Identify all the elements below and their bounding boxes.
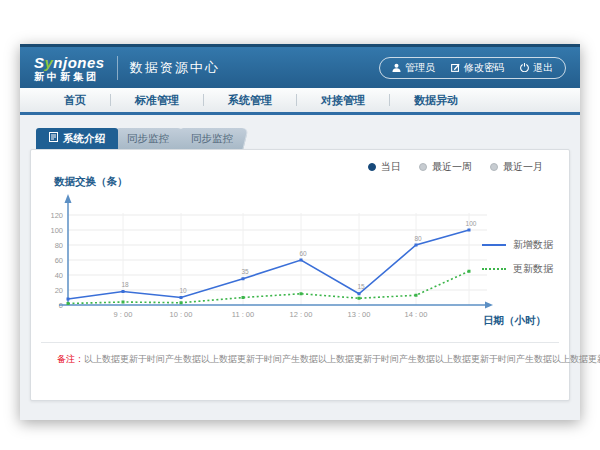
x-axis-title: 日期（小时） (483, 314, 546, 328)
svg-text:14 : 00: 14 : 00 (405, 310, 428, 319)
footnote-text: 以上数据更新于时间产生数据以上数据更新于时间产生数据以上数据更新于时间产生数据以… (84, 354, 600, 364)
range-filter: 当日 最近一周 最近一月 (368, 160, 543, 174)
footnote-prefix: 备注： (57, 354, 84, 364)
solid-line-swatch (482, 244, 506, 246)
dotted-line-swatch (482, 268, 506, 270)
legend-item-updated-data: 更新数据 (482, 262, 553, 276)
header-divider (117, 56, 118, 80)
logout-button[interactable]: 退出 (520, 61, 553, 75)
header: Synjones 新中新集团 数据资源中心 管理员 修改密码 退出 (20, 47, 580, 88)
change-password-button[interactable]: 修改密码 (451, 61, 504, 75)
logo: Synjones 新中新集团 (34, 55, 105, 82)
logout-label: 退出 (533, 61, 553, 75)
svg-text:40: 40 (55, 271, 63, 280)
tab-bar: 系统介绍 同步监控 同步监控 (36, 128, 246, 149)
change-password-label: 修改密码 (464, 61, 504, 75)
radio-last-month[interactable]: 最近一月 (490, 160, 543, 174)
line-chart: 0204060801001209 : 0010 : 0011 : 0012 : … (51, 187, 511, 337)
legend-label: 新增数据 (513, 238, 553, 252)
user-label: 管理员 (405, 61, 435, 75)
svg-text:80: 80 (55, 241, 63, 250)
nav-item-system-mgmt[interactable]: 系统管理 (204, 88, 296, 112)
radio-icon (419, 163, 427, 171)
radio-label: 当日 (381, 160, 401, 174)
radio-last-week[interactable]: 最近一周 (419, 160, 472, 174)
svg-text:18: 18 (121, 281, 129, 288)
footnote: 备注：以上数据更新于时间产生数据以上数据更新于时间产生数据以上数据更新于时间产生… (57, 353, 600, 366)
svg-text:80: 80 (414, 235, 422, 242)
svg-text:60: 60 (299, 250, 307, 257)
note-divider (41, 342, 559, 343)
svg-text:12 : 00: 12 : 00 (290, 310, 313, 319)
app-window: Synjones 新中新集团 数据资源中心 管理员 修改密码 退出 (20, 44, 580, 420)
legend-item-new-data: 新增数据 (482, 238, 553, 252)
edit-icon (451, 63, 460, 72)
main-nav: 首页 标准管理 系统管理 对接管理 数据异动 (20, 88, 580, 115)
svg-text:10 : 00: 10 : 00 (170, 310, 193, 319)
svg-text:13 : 00: 13 : 00 (348, 310, 371, 319)
logo-text: Synjones (34, 55, 105, 70)
tab-sync-monitor-1[interactable]: 同步监控 (111, 128, 184, 149)
user-toolbar: 管理员 修改密码 退出 (379, 57, 566, 79)
tab-sync-monitor-2[interactable]: 同步监控 (175, 128, 248, 149)
svg-text:9 : 00: 9 : 00 (114, 310, 133, 319)
radio-label: 最近一周 (432, 160, 472, 174)
user-icon (392, 63, 401, 72)
svg-text:60: 60 (55, 256, 63, 265)
app-title: 数据资源中心 (130, 59, 220, 77)
logo-subtext: 新中新集团 (34, 72, 105, 82)
svg-text:15: 15 (357, 283, 365, 290)
radio-icon (368, 163, 376, 171)
tab-system-intro[interactable]: 系统介绍 (36, 128, 118, 149)
radio-icon (490, 163, 498, 171)
chart-card: 当日 最近一周 最近一月 数据交换（条） 0204060801001209 : … (30, 149, 570, 401)
svg-text:35: 35 (241, 268, 249, 275)
chart-legend: 新增数据 更新数据 (482, 238, 553, 276)
power-icon (520, 63, 529, 72)
svg-text:100: 100 (466, 220, 477, 227)
svg-text:100: 100 (51, 226, 63, 235)
nav-item-home[interactable]: 首页 (40, 88, 110, 112)
svg-text:11 : 00: 11 : 00 (232, 310, 254, 319)
document-icon (49, 128, 58, 149)
tab-label: 同步监控 (191, 128, 233, 149)
radio-today[interactable]: 当日 (368, 160, 401, 174)
legend-label: 更新数据 (513, 262, 553, 276)
svg-text:120: 120 (51, 211, 63, 220)
tab-label: 同步监控 (127, 128, 169, 149)
radio-label: 最近一月 (503, 160, 543, 174)
svg-text:20: 20 (55, 286, 63, 295)
page-canvas: Synjones 新中新集团 数据资源中心 管理员 修改密码 退出 (0, 0, 600, 450)
svg-text:10: 10 (179, 287, 187, 294)
nav-item-standard-mgmt[interactable]: 标准管理 (111, 88, 203, 112)
tab-label: 系统介绍 (63, 128, 105, 149)
nav-item-data-change[interactable]: 数据异动 (390, 88, 482, 112)
nav-item-interface-mgmt[interactable]: 对接管理 (297, 88, 389, 112)
user-button[interactable]: 管理员 (392, 61, 435, 75)
